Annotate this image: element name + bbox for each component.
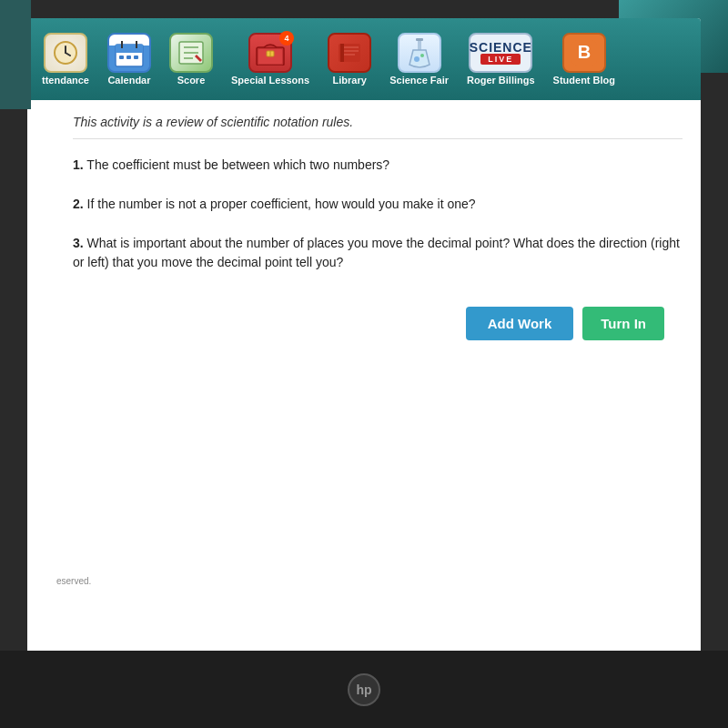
question-3-text: What is important about the number of pl… — [73, 236, 680, 269]
question-1-number: 1. — [73, 157, 84, 172]
content-area: This activity is a review of scientific … — [27, 100, 701, 655]
library-icon — [328, 33, 371, 73]
svg-rect-27 — [416, 38, 423, 41]
nav-item-special-lessons[interactable]: 4 Special Lessons — [224, 29, 317, 89]
student-blog-label: Student Blog — [553, 75, 615, 86]
score-label: Score — [177, 75, 206, 86]
top-strip — [0, 0, 31, 109]
nav-item-science-fair[interactable]: Science Fair — [382, 29, 456, 89]
question-2-number: 2. — [73, 197, 84, 211]
question-1: 1. The coefficient must be between which… — [73, 156, 682, 175]
nav-item-attendance[interactable]: ttendance — [35, 29, 96, 89]
student-blog-icon: B — [562, 33, 606, 73]
question-2: 2. If the number is not a proper coeffic… — [73, 195, 682, 214]
svg-rect-8 — [126, 56, 131, 59]
science-live-box: SCIENCE LIVE — [470, 41, 532, 65]
svg-rect-20 — [340, 44, 344, 62]
svg-rect-7 — [119, 56, 124, 59]
nav-item-score[interactable]: Score — [162, 29, 220, 89]
science-fair-label: Science Fair — [389, 75, 449, 86]
attendance-label: ttendance — [42, 75, 89, 86]
intro-text: This activity is a review of scientific … — [73, 115, 682, 139]
add-work-button[interactable]: Add Work — [466, 307, 574, 340]
navigation-bar: ttendance Calendar — [27, 18, 701, 100]
nav-item-roger-billings[interactable]: SCIENCE LIVE Roger Billings — [460, 29, 542, 89]
library-label: Library — [333, 75, 367, 86]
svg-point-25 — [414, 56, 420, 62]
nav-item-student-blog[interactable]: B Student Blog — [546, 29, 622, 89]
science-fair-icon — [398, 33, 441, 73]
svg-text:B: B — [578, 42, 591, 62]
copyright-text: eserved. — [56, 576, 91, 586]
special-lessons-icon: 4 — [248, 33, 292, 73]
nav-item-calendar[interactable]: Calendar — [100, 29, 158, 89]
action-bar: Add Work Turn In — [73, 292, 682, 355]
score-icon — [169, 33, 213, 73]
special-lessons-label: Special Lessons — [231, 75, 309, 86]
svg-rect-9 — [134, 56, 138, 59]
question-3: 3. What is important about the number of… — [73, 234, 682, 272]
svg-rect-4 — [116, 45, 143, 53]
calendar-label: Calendar — [107, 75, 150, 86]
laptop-bottom: hp — [0, 651, 728, 728]
question-2-text: If the number is not a proper coefficien… — [87, 197, 476, 211]
lessons-badge: 4 — [279, 31, 294, 46]
hp-logo: hp — [348, 673, 380, 706]
svg-point-26 — [420, 54, 424, 57]
question-3-number: 3. — [73, 236, 84, 250]
attendance-icon — [44, 33, 87, 73]
roger-billings-label: Roger Billings — [467, 75, 535, 86]
nav-item-library[interactable]: Library — [320, 29, 379, 89]
screen: ttendance Calendar — [27, 18, 701, 655]
calendar-icon — [107, 33, 151, 73]
turn-in-button[interactable]: Turn In — [582, 307, 664, 340]
question-1-text: The coefficient must be between which tw… — [86, 157, 389, 172]
roger-billings-icon: SCIENCE LIVE — [469, 33, 532, 73]
